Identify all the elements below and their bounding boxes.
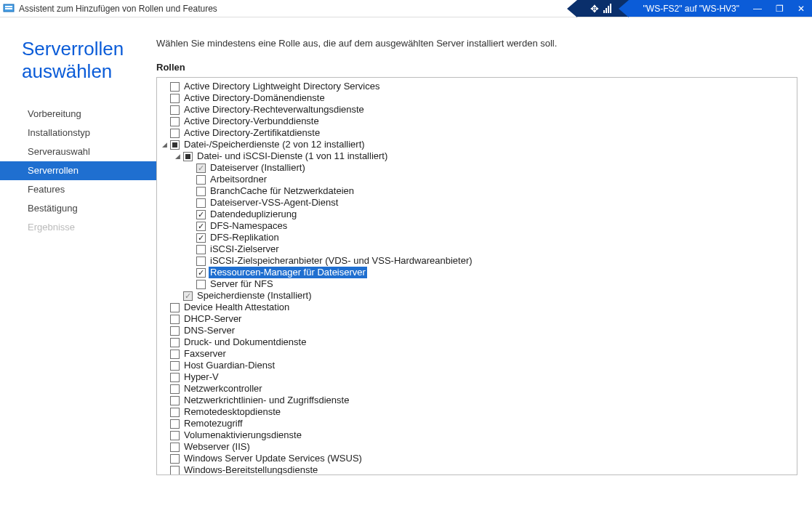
role-row[interactable]: ▶Dateiserver-VSS-Agent-Dienst <box>157 197 797 209</box>
nav-step-2[interactable]: Serverauswahl <box>0 142 156 161</box>
role-checkbox[interactable] <box>170 105 180 115</box>
role-row[interactable]: ▶DNS-Server <box>157 325 797 336</box>
role-row[interactable]: ▶Active Directory Lightweight Directory … <box>157 81 797 92</box>
role-row[interactable]: ◢Datei-/Speicherdienste (2 von 12 instal… <box>157 139 797 150</box>
role-checkbox[interactable] <box>196 245 206 254</box>
nav-step-4[interactable]: Features <box>0 180 156 199</box>
role-checkbox[interactable] <box>170 443 180 452</box>
role-checkbox[interactable] <box>170 350 180 359</box>
nav-step-3[interactable]: Serverrollen <box>0 161 156 180</box>
role-row[interactable]: ▶Netzwerkcontroller <box>157 383 797 395</box>
role-checkbox[interactable] <box>196 268 206 278</box>
role-checkbox[interactable] <box>196 210 206 219</box>
role-checkbox[interactable] <box>183 152 193 161</box>
role-label: Datendeduplizierung <box>209 209 297 220</box>
move-icon: ✥ <box>590 3 599 15</box>
role-label: Device Health Attestation <box>182 302 289 313</box>
role-checkbox[interactable] <box>196 175 206 185</box>
role-label: DFS-Namespaces <box>209 220 287 232</box>
role-checkbox[interactable] <box>170 140 180 150</box>
role-row[interactable]: ▶Device Health Attestation <box>157 302 797 313</box>
collapse-icon[interactable]: ◢ <box>173 150 182 162</box>
role-row[interactable]: ▶Netzwerkrichtlinien- und Zugriffsdienst… <box>157 395 797 406</box>
role-row[interactable]: ▶Windows Server Update Services (WSUS) <box>157 453 797 464</box>
close-button[interactable]: ✕ <box>790 0 812 17</box>
role-row[interactable]: ▶Host Guardian-Dienst <box>157 360 797 371</box>
role-label: Remotedesktopdienste <box>182 406 281 418</box>
role-checkbox[interactable] <box>170 373 180 382</box>
role-row[interactable]: ▶iSCSI-Zielspeicheranbieter (VDS- und VS… <box>157 255 797 267</box>
nav-step-6: Ergebnisse <box>0 218 156 237</box>
nav-step-5[interactable]: Bestätigung <box>0 199 156 218</box>
roles-section-label: Rollen <box>156 62 797 73</box>
role-row[interactable]: ▶Active Directory-Zertifikatdienste <box>157 127 797 139</box>
role-row[interactable]: ▶Active Directory-Rechteverwaltungsdiens… <box>157 104 797 116</box>
role-checkbox[interactable] <box>170 94 180 103</box>
role-checkbox[interactable] <box>170 431 180 440</box>
role-row[interactable]: ▶Ressourcen-Manager für Dateiserver <box>157 267 797 278</box>
role-checkbox[interactable] <box>196 198 206 208</box>
role-checkbox[interactable] <box>170 396 180 405</box>
role-row[interactable]: ▶iSCSI-Zielserver <box>157 243 797 255</box>
role-label: Remotezugriff <box>182 418 243 429</box>
role-row[interactable]: ▶Arbeitsordner <box>157 174 797 185</box>
role-checkbox[interactable] <box>170 338 180 347</box>
role-row[interactable]: ▶Speicherdienste (Installiert) <box>157 290 797 302</box>
role-row[interactable]: ▶Datendeduplizierung <box>157 209 797 220</box>
role-row[interactable]: ▶Remotezugriff <box>157 418 797 429</box>
role-label: Netzwerkcontroller <box>182 383 262 395</box>
role-row[interactable]: ▶Server für NFS <box>157 278 797 290</box>
role-checkbox[interactable] <box>170 303 180 312</box>
role-label: Netzwerkrichtlinien- und Zugriffsdienste <box>182 395 349 406</box>
role-label: Host Guardian-Dienst <box>182 360 275 371</box>
signal-icon <box>603 4 611 13</box>
role-row[interactable]: ▶Druck- und Dokumentdienste <box>157 336 797 348</box>
role-label: Active Directory-Rechteverwaltungsdienst… <box>182 104 364 116</box>
role-checkbox[interactable] <box>170 129 180 138</box>
maximize-button[interactable]: ❐ <box>768 0 790 17</box>
role-row[interactable]: ▶Faxserver <box>157 348 797 360</box>
role-label: Dateiserver (Installiert) <box>209 162 305 174</box>
role-row[interactable]: ▶Webserver (IIS) <box>157 441 797 453</box>
role-checkbox[interactable] <box>170 326 180 336</box>
role-checkbox[interactable] <box>170 315 180 324</box>
role-row[interactable]: ▶Dateiserver (Installiert) <box>157 162 797 174</box>
nav-step-1[interactable]: Installationstyp <box>0 124 156 142</box>
role-checkbox[interactable] <box>196 257 206 266</box>
minimize-button[interactable]: — <box>747 0 768 17</box>
nav-step-0[interactable]: Vorbereitung <box>0 105 156 124</box>
role-row[interactable]: ◢Datei- und iSCSI-Dienste (1 von 11 inst… <box>157 150 797 162</box>
role-row[interactable]: ▶Active Directory-Domänendienste <box>157 92 797 104</box>
collapse-icon[interactable]: ◢ <box>160 139 169 150</box>
role-label: Windows Server Update Services (WSUS) <box>182 453 362 464</box>
role-checkbox[interactable] <box>170 454 180 464</box>
role-label: DFS-Replikation <box>209 232 279 243</box>
role-checkbox[interactable] <box>170 82 180 92</box>
role-checkbox[interactable] <box>170 117 180 126</box>
roles-listbox[interactable]: ▶Active Directory Lightweight Directory … <box>156 77 797 475</box>
role-checkbox[interactable] <box>196 222 206 231</box>
role-row[interactable]: ▶Active Directory-Verbunddienste <box>157 116 797 127</box>
role-row[interactable]: ▶BranchCache für Netzwerkdateien <box>157 185 797 197</box>
role-checkbox[interactable] <box>196 187 206 196</box>
role-label: Arbeitsordner <box>209 174 267 185</box>
role-row[interactable]: ▶Windows-Bereitstellungsdienste <box>157 464 797 475</box>
role-checkbox[interactable] <box>170 466 180 475</box>
role-row[interactable]: ▶Remotedesktopdienste <box>157 406 797 418</box>
role-checkbox[interactable] <box>170 384 180 394</box>
role-row[interactable]: ▶Hyper-V <box>157 371 797 383</box>
role-checkbox[interactable] <box>196 163 206 173</box>
role-checkbox[interactable] <box>183 291 193 301</box>
role-row[interactable]: ▶DHCP-Server <box>157 313 797 325</box>
role-checkbox[interactable] <box>196 280 206 289</box>
role-row[interactable]: ▶Volumenaktivierungsdienste <box>157 429 797 441</box>
role-row[interactable]: ▶DFS-Replikation <box>157 232 797 243</box>
wizard-window: Assistent zum Hinzufügen von Rollen und … <box>0 0 812 521</box>
role-checkbox[interactable] <box>196 233 206 243</box>
role-checkbox[interactable] <box>170 361 180 371</box>
page-title: Serverrollen auswählen <box>22 38 156 83</box>
role-label: Active Directory-Verbunddienste <box>182 116 319 127</box>
role-row[interactable]: ▶DFS-Namespaces <box>157 220 797 232</box>
role-checkbox[interactable] <box>170 419 180 429</box>
role-checkbox[interactable] <box>170 408 180 417</box>
